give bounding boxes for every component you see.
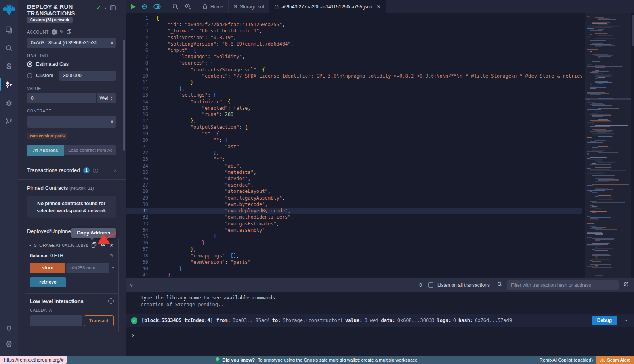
- account-select[interactable]: 0xA03...85ac4 (0.39866531531 ▲▼: [27, 38, 116, 48]
- git-icon[interactable]: [0, 113, 18, 129]
- custom-gas-radio[interactable]: [27, 73, 32, 78]
- contract-select[interactable]: ▲▼: [27, 116, 116, 128]
- unit-stepper-icon[interactable]: ▲▼: [110, 96, 113, 100]
- code-line-20[interactable]: 20 "": [: [126, 137, 582, 143]
- low-level-info-icon[interactable]: i: [108, 298, 114, 304]
- code-line-30[interactable]: 30 "evm.bytecode",: [126, 201, 582, 208]
- code-line-10[interactable]: 10 "content": "// SPDX-License-Identifie…: [126, 73, 582, 79]
- code-line-40[interactable]: 40 }: [126, 265, 582, 272]
- transactions-chevron-icon[interactable]: ›: [114, 167, 116, 173]
- run-script-button[interactable]: [131, 4, 136, 10]
- solidity-compiler-icon[interactable]: S: [0, 58, 18, 74]
- code-line-34[interactable]: 34 "evm.assembly": [126, 227, 582, 233]
- remix-logo-icon[interactable]: [2, 3, 16, 16]
- settings-gear-icon[interactable]: ⚙: [0, 336, 18, 352]
- code-line-38[interactable]: 38 "remappings": [],: [126, 253, 582, 259]
- code-line-22[interactable]: 22 ],: [126, 150, 582, 156]
- tab-home[interactable]: Home: [197, 0, 229, 13]
- zoom-in-icon[interactable]: [184, 3, 192, 10]
- transactions-info-icon[interactable]: i: [93, 168, 98, 173]
- code-line-36[interactable]: 36 }: [126, 240, 582, 246]
- transaction-log-row[interactable]: ✓ [block:5583405 txIndex:4]from:0xa03...…: [126, 314, 634, 327]
- code-line-14[interactable]: 14 "optimizer": {: [126, 99, 582, 105]
- file-explorer-icon[interactable]: [0, 22, 18, 38]
- code-line-9[interactable]: 9 "contracts/Storage.sol": {: [126, 67, 582, 73]
- ai-assistant-icon[interactable]: [141, 3, 148, 10]
- copy-address-icon[interactable]: [91, 242, 97, 248]
- code-line-15[interactable]: 15 "enabled": false,: [126, 105, 582, 111]
- code-line-2[interactable]: 2 "id": "a69b43f277ba20fcac141151250ca75…: [126, 21, 582, 28]
- listen-checkbox[interactable]: [428, 282, 433, 288]
- editor-scrollbar[interactable]: [632, 15, 634, 46]
- code-line-32[interactable]: 32 "evm.methodIdentifiers",: [126, 214, 582, 220]
- code-line-11[interactable]: 11 }: [126, 79, 582, 86]
- terminal-search-icon[interactable]: [497, 281, 503, 289]
- debug-button[interactable]: Debug: [592, 316, 617, 325]
- calldata-input[interactable]: [30, 315, 82, 326]
- pin-contract-icon[interactable]: [100, 242, 105, 248]
- minimap[interactable]: [585, 13, 631, 278]
- store-arg-input[interactable]: [66, 263, 109, 273]
- at-address-button[interactable]: At Address: [27, 145, 64, 156]
- code-editor[interactable]: 1{2 "id": "a69b43f277ba20fcac141151250ca…: [126, 13, 634, 278]
- transactions-recorded-row[interactable]: Transactions recorded 1 i ›: [27, 167, 116, 173]
- clear-console-icon[interactable]: [623, 281, 629, 289]
- code-line-31[interactable]: 31 "evm.deployedBytecode",: [126, 208, 582, 214]
- edit-account-icon[interactable]: ✎: [60, 29, 64, 35]
- code-line-27[interactable]: 27 "userdoc",: [126, 182, 582, 188]
- tab-storage-sol[interactable]: S Storage.sol: [229, 0, 269, 13]
- copy-account-icon[interactable]: [67, 29, 71, 35]
- code-line-7[interactable]: 7 "language": "Solidity",: [126, 53, 582, 60]
- code-line-39[interactable]: 39 "evmVersion": "paris": [126, 259, 582, 265]
- code-line-25[interactable]: 25 "metadata",: [126, 169, 582, 175]
- pin-panel-icon[interactable]: [110, 5, 116, 10]
- code-line-29[interactable]: 29 "evm.legacyAssembly",: [126, 195, 582, 201]
- expand-args-chevron-icon[interactable]: ›: [110, 267, 116, 269]
- scam-alert-badge[interactable]: Scam Alert: [596, 356, 634, 364]
- retrieve-button[interactable]: retrieve: [30, 277, 66, 287]
- edit-balance-icon[interactable]: ✎: [110, 253, 114, 258]
- value-unit-select[interactable]: Wei ▲▼: [97, 93, 116, 103]
- code-line-18[interactable]: 18 "outputSelection": {: [126, 124, 582, 130]
- code-line-24[interactable]: 24 "abi",: [126, 163, 582, 169]
- copilot-toggle-icon[interactable]: [153, 3, 161, 10]
- code-line-23[interactable]: 23 "*": [: [126, 156, 582, 162]
- tab-json-buildinfo[interactable]: { } a69b43f277ba20fcac141151250ca755.jso…: [269, 0, 387, 13]
- code-line-6[interactable]: 6 "input": {: [126, 47, 582, 53]
- expand-chevron-icon[interactable]: ›: [105, 5, 106, 11]
- terminal[interactable]: Type the library name to see available c…: [126, 292, 634, 356]
- plugin-manager-icon[interactable]: [0, 320, 18, 336]
- debugger-icon[interactable]: [0, 95, 18, 111]
- estimated-gas-radio[interactable]: [27, 61, 32, 67]
- filter-input[interactable]: [507, 280, 619, 290]
- value-input[interactable]: [27, 93, 96, 103]
- transact-button[interactable]: Transact: [84, 315, 114, 326]
- close-tab-icon[interactable]: ✕: [376, 4, 381, 10]
- copilot-status[interactable]: RemixAI Copilot (enabled): [540, 356, 593, 364]
- code-line-17[interactable]: 17 },: [126, 118, 582, 124]
- code-line-4[interactable]: 4 "solcVersion": "0.8.19",: [126, 34, 582, 41]
- deploy-run-icon[interactable]: [0, 76, 18, 92]
- code-line-19[interactable]: 19 "*": {: [126, 131, 582, 137]
- code-line-5[interactable]: 5 "solcLongVersion": "0.8.19+commit.7dd6…: [126, 41, 582, 47]
- panel-scrollbar[interactable]: [123, 40, 125, 151]
- code-line-16[interactable]: 16 "runs": 200: [126, 111, 582, 118]
- load-contract-input[interactable]: [64, 145, 116, 155]
- search-icon[interactable]: [0, 40, 18, 56]
- code-line-12[interactable]: 12 },: [126, 86, 582, 92]
- code-line-28[interactable]: 28 "storageLayout",: [126, 188, 582, 194]
- code-line-26[interactable]: 26 "devdoc",: [126, 175, 582, 182]
- code-line-8[interactable]: 8 "sources": {: [126, 60, 582, 66]
- code-line-13[interactable]: 13 "settings": {: [126, 92, 582, 98]
- terminal-prompt[interactable]: >: [126, 327, 634, 338]
- remove-contract-icon[interactable]: ✕: [109, 242, 114, 248]
- code-line-21[interactable]: 21 "ast": [126, 143, 582, 150]
- code-line-33[interactable]: 33 "evm.gasEstimates",: [126, 221, 582, 227]
- contract-stepper-icon[interactable]: ▲▼: [111, 120, 113, 124]
- collapse-terminal-icon[interactable]: »: [129, 284, 135, 286]
- store-button[interactable]: store: [30, 263, 65, 273]
- code-line-35[interactable]: 35 ]: [126, 233, 582, 240]
- account-stepper-icon[interactable]: ▲▼: [111, 41, 113, 45]
- add-account-icon[interactable]: +: [52, 29, 57, 35]
- code-line-1[interactable]: 1{: [126, 15, 582, 21]
